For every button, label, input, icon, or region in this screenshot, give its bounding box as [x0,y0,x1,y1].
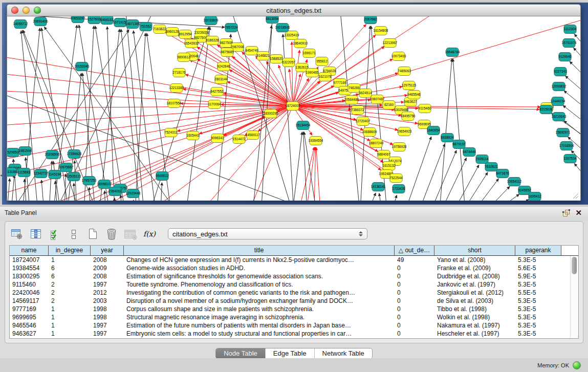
graph-node[interactable]: 2803144 [214,75,228,84]
scrollbar-thumb[interactable] [572,257,577,274]
graph-edge[interactable] [104,191,105,201]
table-cell[interactable]: 1997 [91,321,124,330]
table-cell[interactable]: 0 [395,305,434,313]
graph-node[interactable]: 16210643 [552,113,567,121]
graph-edge[interactable] [7,106,293,149]
table-cell[interactable]: 18300295 [10,272,49,280]
table-cell[interactable]: Jankovic et al. (1997) [434,280,515,289]
graph-node[interactable]: 9242848 [217,62,230,71]
table-cell[interactable]: 1 [49,330,91,338]
graph-node[interactable]: 20691406 [33,17,48,26]
graph-node[interactable]: 1615132 [382,162,396,170]
column-header-year[interactable]: year [91,246,124,255]
graph-node[interactable]: 18107554 [167,99,182,108]
table-cell[interactable]: 2003 [91,297,124,305]
graph-node[interactable]: 1605443 [186,132,200,140]
graph-node[interactable]: 1115683 [18,168,31,177]
table-cell[interactable]: 6 [49,264,91,272]
graph-node[interactable]: 7857224 [225,24,238,32]
table-row[interactable]: 1456911722003Disruption of a novel membe… [10,297,578,305]
graph-node[interactable]: 13325419 [285,31,299,40]
graph-node[interactable]: 751552 [140,23,152,31]
graph-node[interactable]: 955812 [316,57,328,66]
graph-edge[interactable] [474,179,498,201]
table-cell[interactable]: 5.3E-5 [515,313,561,321]
graph-node[interactable]: 14569117 [246,131,260,140]
table-cell[interactable]: Estimation of the future numbers of pati… [124,321,395,330]
collapse-sidebar-arrow-icon[interactable]: ◂ [0,173,2,178]
table-row[interactable]: 2242004622012Investigating the contribut… [10,289,578,297]
table-cell[interactable]: 14569117 [10,297,49,305]
table-cell[interactable]: Investigating the contribution of common… [124,289,395,297]
graph-node[interactable]: 6879197 [452,140,466,149]
graph-node[interactable]: 1696171 [302,49,316,58]
table-cell[interactable]: Changes of HCN gene expression and I(f) … [124,256,395,264]
graph-node[interactable]: 1640954 [427,126,440,135]
graph-node[interactable]: 8215938 [539,105,553,114]
graph-edge[interactable] [7,106,293,129]
graph-node[interactable]: 17016504 [559,142,574,150]
graph-node[interactable]: 9890612 [177,53,190,62]
table-cell[interactable]: 5.3E-5 [515,305,561,313]
graph-node[interactable]: 16543932 [184,39,199,48]
graph-node[interactable]: 18495756 [401,112,416,121]
network-graph[interactable]: 1872400771638228960128891295423226058982… [7,16,580,201]
table-cell[interactable]: 2008 [91,256,124,264]
table-cell[interactable]: 1 [49,321,91,330]
graph-edge[interactable] [507,200,529,201]
table-cell[interactable]: 5.5E-5 [515,289,561,297]
graph-edge[interactable] [496,194,519,201]
table-cell[interactable]: Disruption of a novel member of a sodium… [124,297,395,305]
table-cell[interactable]: 18724007 [10,256,49,264]
graph-node[interactable]: 9227343 [554,68,567,76]
table-cell[interactable]: 5.9E-5 [515,272,561,280]
table-cell[interactable]: 1 [49,256,91,264]
minimize-window-button[interactable] [23,7,30,14]
table-cell[interactable]: 1997 [91,280,124,289]
graph-edge[interactable] [368,193,376,201]
graph-edge[interactable] [11,175,14,201]
table-cell[interactable]: 2 [49,289,91,297]
graph-node[interactable]: 10807487 [370,95,385,104]
graph-node[interactable]: 2935114 [476,155,489,164]
table-cell[interactable]: 0 [395,264,434,272]
graph-node[interactable]: 7386372 [351,106,364,115]
graph-edge[interactable] [7,106,293,108]
graph-node[interactable]: 19654923 [397,127,412,136]
table-cell[interactable]: Yano et al. (2008) [434,256,515,264]
table-cell[interactable]: 5.3E-5 [515,280,561,289]
graph-node[interactable]: 18807249 [369,139,384,148]
show-columns-icon[interactable] [29,227,42,240]
vertical-scrollbar[interactable] [570,256,578,338]
table-cell[interactable]: Genome-wide association studies in ADHD. [124,264,395,272]
graph-node[interactable]: 10973493 [391,52,406,61]
graph-edge[interactable] [454,165,479,201]
table-cell[interactable]: 6 [49,272,91,280]
network-window-titlebar[interactable]: citations_edges.txt [7,4,581,16]
graph-node[interactable]: 8427552 [210,87,224,96]
column-header-in_degree[interactable]: in_degree [49,246,91,255]
graph-node[interactable]: 1527602 [88,16,101,24]
table-cell[interactable]: Franke et al. (2009) [434,264,515,272]
graph-node[interactable]: 14136141 [371,183,386,191]
table-cell[interactable]: 2009 [91,264,124,272]
graph-node[interactable]: 12093832 [552,82,567,91]
function-builder-icon[interactable]: f(x) [143,227,156,240]
graph-node[interactable]: 7485063 [398,67,411,76]
table-cell[interactable]: 1 [49,313,91,321]
graph-node[interactable]: 9875685 [221,48,234,57]
graph-edge[interactable] [293,132,302,201]
graph-node[interactable]: 18300295 [264,110,278,118]
graph-node[interactable]: 14671355 [125,20,140,29]
graph-node[interactable]: 19756928 [392,143,407,151]
clear-selection-icon[interactable] [67,227,80,240]
table-cell[interactable]: 0 [395,330,434,338]
graph-node[interactable]: 2087682 [364,16,377,24]
graph-edge[interactable] [392,195,397,201]
table-cell[interactable]: Tibbo et al. (1998) [434,305,515,313]
table-cell[interactable]: 0 [395,272,434,280]
table-cell[interactable]: 0 [395,297,434,305]
network-view-window[interactable]: citations_edges.txt 18724007716382289601… [7,4,581,201]
graph-node[interactable]: 1990465 [306,69,319,77]
table-cell[interactable]: 5.3E-5 [515,321,561,330]
